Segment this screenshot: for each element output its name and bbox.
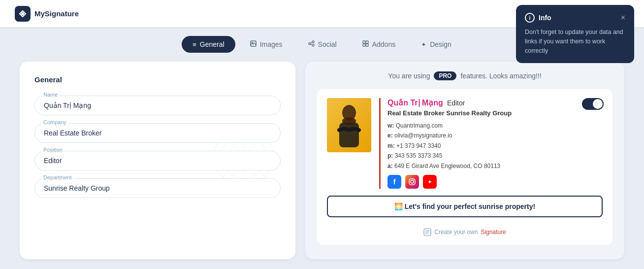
info-text: Don't forget to update your data and lin… <box>525 28 625 55</box>
signature-photo <box>327 98 371 152</box>
tab-addons[interactable]: Addons <box>352 36 406 53</box>
company-input[interactable] <box>34 123 281 143</box>
footer-text: Create your own <box>434 229 478 235</box>
left-panel: General Name Company Position Depar <box>20 62 295 259</box>
position-group: Position <box>34 151 281 170</box>
pro-bar: You are using PRO features. Looks amazin… <box>317 71 612 80</box>
signature-details: Quản Trị Mạng Editor Real Estate Broker … <box>379 98 603 189</box>
email-value: olivia@mysignature.io <box>394 132 452 139</box>
logo-icon <box>15 6 31 22</box>
logo[interactable]: MySignature <box>15 6 79 22</box>
right-panel: You are using PRO features. Looks amazin… <box>305 62 624 259</box>
svg-rect-8 <box>363 44 365 46</box>
svg-rect-7 <box>366 41 368 43</box>
info-title: Info <box>539 14 617 22</box>
general-icon: ≡ <box>193 41 196 48</box>
svg-point-0 <box>21 12 24 15</box>
design-icon: ✦ <box>421 41 426 48</box>
main-content: General Name Company Position Depar <box>0 62 644 269</box>
email-label: e: <box>387 132 393 139</box>
address-label: a: <box>387 163 393 169</box>
svg-point-5 <box>312 44 314 46</box>
svg-point-2 <box>252 42 253 43</box>
app-name: MySignature <box>34 9 79 18</box>
svg-point-4 <box>309 43 311 45</box>
department-input[interactable] <box>34 178 281 198</box>
pro-badge: PRO <box>434 71 456 80</box>
facebook-icon[interactable]: f <box>387 175 401 189</box>
department-group: Department <box>34 178 281 198</box>
images-icon <box>250 40 257 48</box>
youtube-icon[interactable] <box>423 175 437 189</box>
toggle-button[interactable] <box>582 98 604 110</box>
info-close-button[interactable]: × <box>621 13 625 22</box>
name-label: Name <box>41 92 60 98</box>
info-circle-icon: i <box>525 13 535 23</box>
svg-point-20 <box>411 180 414 183</box>
signature-card: Quản Trị Mạng Editor Real Estate Broker … <box>317 89 612 245</box>
svg-point-18 <box>342 117 356 125</box>
instagram-icon[interactable] <box>405 175 419 189</box>
addons-icon <box>362 40 369 48</box>
company-group: Company <box>34 123 281 143</box>
signature-body: Quản Trị Mạng Editor Real Estate Broker … <box>327 98 603 189</box>
cta-text: 🌅 Let's find your perfect sunrise proper… <box>394 202 535 210</box>
info-popup: i Info × Don't forget to update your dat… <box>516 5 634 63</box>
company-label: Company <box>41 119 68 125</box>
svg-rect-17 <box>339 123 359 147</box>
name-group: Name <box>34 96 281 115</box>
sig-info: w: Quantrimang.com e: olivia@mysignature… <box>387 121 603 171</box>
info-popup-header: i Info × <box>525 13 625 23</box>
social-icon <box>308 40 315 48</box>
position-input[interactable] <box>34 151 281 170</box>
phone-value: 343 535 3373 345 <box>395 152 443 159</box>
website-label: w: <box>387 122 394 129</box>
department-label: Department <box>41 174 73 180</box>
pro-suffix: features. Looks amazing!!! <box>460 72 541 80</box>
sig-footer: Create your own Signature <box>327 228 603 236</box>
position-label: Position <box>41 147 64 153</box>
website-value: Quantrimang.com <box>396 122 443 129</box>
cta-banner: 🌅 Let's find your perfect sunrise proper… <box>327 196 603 217</box>
pro-text: You are using <box>388 72 430 80</box>
tab-general[interactable]: ≡ General <box>182 36 235 53</box>
tab-images[interactable]: Images <box>239 36 293 53</box>
mobile-value: +1 373 947 3340 <box>396 142 441 149</box>
address-value: 649 E Girard Ave Englewood, CO 80113 <box>394 163 500 169</box>
svg-rect-19 <box>409 179 415 185</box>
mobile-label: m: <box>387 142 395 149</box>
toggle-knob <box>593 99 603 109</box>
svg-marker-22 <box>429 180 432 183</box>
svg-point-21 <box>414 180 415 181</box>
sig-name: Quản Trị Mạng <box>387 98 443 107</box>
svg-rect-6 <box>363 41 365 43</box>
tab-design[interactable]: ✦ Design <box>410 36 462 53</box>
sig-name-row: Quản Trị Mạng Editor <box>387 98 603 107</box>
sig-socials: f <box>387 175 603 189</box>
name-input[interactable] <box>34 96 281 115</box>
left-panel-title: General <box>34 75 281 84</box>
svg-point-3 <box>312 41 314 43</box>
phone-label: p: <box>387 152 393 159</box>
sig-subtitle: Real Estate Broker Sunrise Realty Group <box>387 109 603 117</box>
svg-rect-9 <box>366 44 368 46</box>
tab-social[interactable]: Social <box>297 36 348 53</box>
footer-link[interactable]: Signature <box>481 229 506 235</box>
sig-role: Editor <box>447 99 465 107</box>
